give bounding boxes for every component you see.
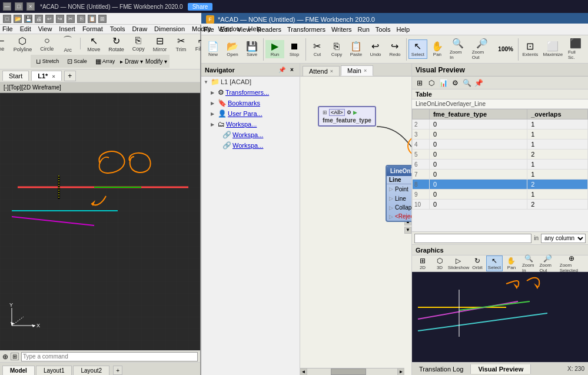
- cad-menu-draw[interactable]: Draw: [132, 25, 147, 32]
- vp-g-2d-btn[interactable]: ⊞ 2D: [414, 256, 431, 271]
- vp-g-slideshow-btn[interactable]: ▷ Slideshow: [449, 256, 469, 271]
- cad-copy-tool[interactable]: ⎘ Copy: [129, 34, 148, 53]
- cad-command-input[interactable]: [21, 352, 198, 361]
- cad-canvas[interactable]: X Y: [0, 93, 200, 350]
- cad-menu-modify[interactable]: Modify: [192, 25, 211, 32]
- scroll-track[interactable]: [307, 369, 397, 375]
- vp-table[interactable]: fme_feature_type _overlaps 2 0 1 3 0 1 4…: [412, 109, 588, 231]
- cad-model-tab[interactable]: Model: [2, 366, 35, 375]
- properties-icon[interactable]: ⊞: [98, 15, 107, 23]
- cad-trim-tool[interactable]: ✂ Trim: [172, 34, 190, 54]
- vp-g-select-btn[interactable]: ↖ Select: [486, 255, 503, 271]
- fme-menu-transformers[interactable]: Transformers: [287, 26, 325, 33]
- cad-layout2-tab[interactable]: Layout2: [73, 366, 109, 375]
- maximize-icon[interactable]: □: [15, 2, 23, 11]
- redo-icon[interactable]: ↪: [56, 15, 64, 23]
- vp-g-3d-btn[interactable]: ⬡ 3D: [431, 256, 448, 271]
- ws-tab-attend[interactable]: Attend ×: [303, 66, 340, 76]
- vp-pin-btn[interactable]: 📌: [473, 78, 484, 88]
- fme-paste-button[interactable]: 📋 Paste: [347, 40, 366, 59]
- vp-settings-btn[interactable]: ⚙: [450, 78, 460, 88]
- fme-menu-writers[interactable]: Writers: [331, 26, 352, 33]
- vp-2d-btn[interactable]: ⊞: [414, 78, 425, 88]
- nav-item-bookmarks[interactable]: ▶ 🔖 Bookmarks: [201, 98, 300, 108]
- cad-menu-help[interactable]: Help: [248, 25, 262, 32]
- close-icon[interactable]: ×: [26, 2, 35, 11]
- fme-menu-help[interactable]: Help: [396, 26, 410, 33]
- vp-tab-visual-preview[interactable]: Visual Preview: [471, 364, 531, 374]
- vp-search-input[interactable]: [414, 234, 531, 243]
- plot-icon[interactable]: 🖨: [35, 15, 43, 23]
- nav-close-icon[interactable]: ×: [288, 66, 296, 74]
- vp-tab-translation-log[interactable]: Translation Log: [412, 364, 471, 374]
- fme-pan-button[interactable]: ✋ Pan: [428, 40, 447, 59]
- fme-extents-button[interactable]: ⊡ Extents: [520, 40, 540, 59]
- cut-icon[interactable]: ✂: [67, 15, 75, 23]
- nav-item-workspace1[interactable]: ▶ 🗂 Workspa...: [201, 119, 300, 130]
- fme-menu-tools[interactable]: Tools: [376, 26, 391, 33]
- reader-play-icon[interactable]: ▶: [353, 109, 357, 115]
- vp-g-zoomout-btn[interactable]: 🔎 Zoom Out: [537, 254, 557, 274]
- fme-cut-button[interactable]: ✂ Cut: [308, 40, 327, 59]
- fme-stop-button[interactable]: ⏹ Stop: [285, 40, 304, 59]
- scroll-down-btn[interactable]: ▼: [404, 227, 411, 234]
- table-row[interactable]: 3 0 1: [413, 130, 588, 140]
- fme-run-button[interactable]: ▶ Run: [265, 40, 284, 59]
- fme-undo-button[interactable]: ↩ Undo: [366, 40, 385, 59]
- fme-zoom-percent[interactable]: 100%: [495, 45, 516, 54]
- fme-fullscreen-button[interactable]: ⬛ Full Sc.: [566, 37, 586, 61]
- transformer-node[interactable]: LineOnLineOverlayer ⚙ Line ▷ Point 8: [386, 165, 411, 222]
- cad-circle-tool[interactable]: ○ Circle: [37, 34, 57, 53]
- vp-table-btn[interactable]: 📊: [438, 78, 449, 88]
- nav-pin-icon[interactable]: 📌: [278, 66, 286, 74]
- cad-scale-tool[interactable]: ⊡ Scale: [64, 57, 90, 67]
- table-row[interactable]: 4 0 1: [413, 140, 588, 150]
- vp-col-feature-type[interactable]: fme_feature_type: [429, 109, 527, 120]
- open-file-icon[interactable]: 📂: [14, 15, 22, 23]
- vp-g-zoomsel-btn[interactable]: ⊕ Zoom Selected: [558, 254, 586, 274]
- nav-item-workspace3[interactable]: 🔗 Workspa...: [201, 140, 300, 151]
- horizontal-scrollbar[interactable]: ◄ ►: [300, 368, 404, 375]
- table-row[interactable]: 5 0 2: [413, 150, 588, 160]
- cad-stretch-tool[interactable]: ⊔ Stretch: [33, 57, 62, 67]
- ws-main-close[interactable]: ×: [364, 68, 367, 74]
- scroll-thumb[interactable]: [331, 369, 366, 375]
- fme-menu-run[interactable]: Run: [358, 26, 370, 33]
- nav-item-transformers[interactable]: ▶ ⚙ Transformers...: [201, 87, 300, 98]
- fme-zoomout-button[interactable]: 🔎 Zoom Out: [470, 37, 495, 61]
- copy-sm-icon[interactable]: ⎘: [77, 15, 85, 23]
- vp-g-orbit-btn[interactable]: ↻ Orbit: [469, 256, 486, 271]
- fme-maximize-button[interactable]: ⬜ Maximize: [541, 40, 565, 59]
- share-button[interactable]: Share: [188, 3, 213, 11]
- new-doc-icon[interactable]: □: [3, 15, 11, 23]
- fme-redo-button[interactable]: ↪ Redo: [386, 40, 404, 59]
- add-tab-button[interactable]: +: [64, 71, 76, 81]
- cad-menu-tools[interactable]: Tools: [110, 25, 125, 32]
- add-layout-button[interactable]: +: [113, 366, 122, 375]
- undo-icon[interactable]: ↩: [45, 15, 54, 23]
- cad-menu-insert[interactable]: Insert: [59, 25, 75, 32]
- cad-arc-tool[interactable]: ⌒ Arc: [59, 34, 77, 54]
- table-row[interactable]: 9 0 1: [413, 190, 588, 200]
- cad-rotate-tool[interactable]: ↻ Rotate: [105, 34, 127, 54]
- cad-tab-l1[interactable]: L1* ×: [31, 71, 61, 81]
- scroll-left-btn[interactable]: ◄: [300, 369, 307, 375]
- paste-icon[interactable]: 📋: [88, 15, 96, 23]
- cad-snap-icon[interactable]: ⊕: [2, 353, 8, 361]
- scroll-right-btn[interactable]: ►: [397, 369, 404, 375]
- cad-tab-start[interactable]: Start: [2, 71, 29, 81]
- table-row[interactable]: 2 0 1: [413, 120, 588, 130]
- cad-menu-file[interactable]: File: [2, 25, 13, 32]
- nav-item-l1[interactable]: ▼ 📁 L1 [ACAD]: [201, 77, 300, 87]
- cad-tab-close[interactable]: ×: [52, 74, 55, 79]
- cad-menu-edit[interactable]: Edit: [20, 25, 31, 32]
- vp-search-column[interactable]: any column: [541, 234, 586, 243]
- cad-move-tool[interactable]: ↖ Move: [84, 34, 103, 54]
- table-row[interactable]: 6 0 1: [413, 160, 588, 170]
- vp-3d-btn[interactable]: ⬡: [426, 78, 437, 88]
- vp-g-pan-btn[interactable]: ✋ Pan: [503, 256, 520, 271]
- minimize-icon[interactable]: —: [3, 2, 11, 11]
- cad-grid-toggle[interactable]: ⊞: [11, 353, 19, 360]
- vp-g-zoomin-btn[interactable]: 🔍 Zoom In: [520, 254, 537, 274]
- fme-open-button[interactable]: 📂 Open: [223, 40, 242, 59]
